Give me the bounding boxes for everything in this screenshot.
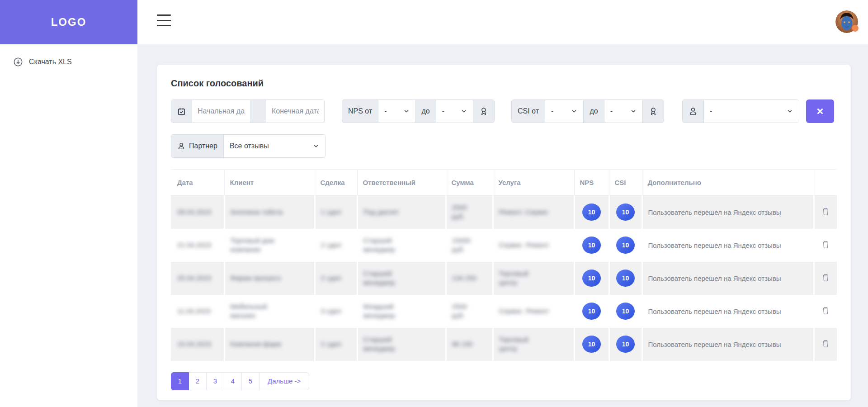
csi-badge: 10 (616, 237, 635, 254)
user-filter: - (682, 99, 799, 123)
csi-from-select[interactable]: - (545, 100, 584, 123)
sidebar-item-download-xls[interactable]: Скачать XLS (0, 44, 137, 67)
page-button-3[interactable]: 3 (206, 372, 224, 390)
trash-icon (822, 240, 830, 249)
col-manager: Ответственный (357, 170, 446, 196)
app-root: LOGO Скачать XLS (0, 0, 868, 407)
user-select[interactable]: - (704, 100, 799, 123)
trash-icon (822, 207, 830, 216)
nps-filter: NPS от - до - (342, 99, 495, 123)
nps-badge: 10 (582, 270, 601, 287)
col-actions (814, 170, 837, 196)
cell-client: Торговый дом (231, 236, 309, 245)
nps-from-select[interactable]: - (378, 100, 415, 123)
chevron-down-icon (571, 108, 577, 114)
trash-icon (822, 273, 830, 282)
next-page-button[interactable]: Дальше -> (259, 372, 309, 390)
col-deal: Сделка (315, 170, 357, 196)
cell-client: Мебельный (231, 302, 309, 311)
cell-manager: Старший (363, 335, 440, 344)
page-button-2[interactable]: 2 (189, 372, 207, 390)
nps-to-select[interactable]: - (436, 100, 473, 123)
table-row: 21.04.2023 Торговый домкомпания 2 сдел С… (171, 229, 837, 262)
csi-to-label: до (584, 100, 604, 123)
col-service: Услуга (493, 170, 574, 196)
chevron-down-icon (313, 143, 319, 149)
cell-manager: Старший (363, 236, 440, 245)
votes-card: Список голосований (157, 65, 851, 400)
cell-client: Фирма прогресс (231, 274, 309, 283)
delete-row-button[interactable] (820, 304, 831, 318)
page-title: Список голосований (171, 78, 837, 89)
cell-deal: 1 сдел (321, 208, 351, 217)
cell-manager: Под диспет (363, 208, 440, 217)
award-icon (643, 100, 664, 123)
download-circle-icon (13, 57, 23, 67)
sidebar-item-label: Скачать XLS (29, 58, 72, 66)
cell-date: 25.04.2023 (177, 274, 218, 283)
logo: LOGO (0, 0, 137, 44)
delete-row-button[interactable] (820, 205, 831, 219)
cell-extra: Пользователь перешел на Яндекс отзывы (642, 196, 814, 229)
clear-filters-button[interactable] (806, 99, 834, 123)
cell-amount: 2500 (452, 302, 487, 311)
cell-amount: 134 250 (452, 274, 487, 283)
nps-badge: 10 (582, 237, 601, 254)
cell-amount: 2500 (452, 203, 487, 212)
filters-row-2: Партнер Все отзывы (171, 134, 837, 158)
col-csi: CSI (609, 170, 642, 196)
cell-manager: Старший (363, 269, 440, 278)
cell-service: Ремонт. Сервис (499, 208, 568, 217)
csi-badge: 10 (616, 336, 635, 353)
cell-deal: 2 сдел (321, 340, 351, 349)
table-row: 11.04.2023 Мебельныймагазин 3 сдел Младш… (171, 295, 837, 328)
cell-extra: Пользователь перешел на Яндекс отзывы (642, 328, 814, 361)
page-button-1[interactable]: 1 (171, 372, 189, 390)
filters-row-1: NPS от - до - (171, 99, 837, 123)
trash-icon (822, 306, 830, 315)
csi-to-select[interactable]: - (604, 100, 643, 123)
col-client: Клиент (224, 170, 315, 196)
x-icon (816, 107, 824, 115)
cell-extra: Пользователь перешел на Яндекс отзывы (642, 295, 814, 328)
table-row: 25.04.2023 Фирма прогресс 2 сдел Старший… (171, 262, 837, 295)
user-icon (177, 142, 185, 150)
menu-toggle-button[interactable] (157, 14, 171, 26)
col-nps: NPS (574, 170, 609, 196)
page-button-4[interactable]: 4 (224, 372, 242, 390)
start-date-input[interactable] (192, 100, 250, 123)
table-row: 09.04.2023 Ангелина тойота 1 сдел Под ди… (171, 196, 837, 229)
partner-label: Партнер (171, 135, 224, 157)
user-avatar[interactable] (835, 10, 858, 33)
award-icon (473, 100, 494, 123)
chevron-down-icon (630, 108, 637, 114)
cell-extra: Пользователь перешел на Яндекс отзывы (642, 262, 814, 295)
chevron-down-icon (403, 108, 410, 114)
cell-client: Ангелина тойота (231, 208, 309, 217)
cell-service: Сервис. Ремонт (499, 307, 568, 316)
pagination: 1 2 3 4 5 Дальше -> (171, 372, 309, 390)
cell-deal: 2 сдел (321, 241, 351, 250)
delete-row-button[interactable] (820, 337, 831, 351)
partner-select[interactable]: Все отзывы (224, 135, 325, 157)
csi-badge: 10 (616, 303, 635, 320)
page-button-5[interactable]: 5 (241, 372, 259, 390)
csi-filter: CSI от - до - (511, 99, 664, 123)
end-date-input[interactable] (266, 100, 324, 123)
cell-amount: 98 150 (452, 340, 487, 349)
cell-manager: Младший (363, 302, 440, 311)
topbar (137, 0, 868, 44)
sidebar: LOGO Скачать XLS (0, 0, 137, 407)
nps-badge: 10 (582, 204, 601, 221)
cell-date: 09.04.2023 (177, 208, 218, 217)
table-row: 15.04.2023 Компания фарм 2 сдел Старшийм… (171, 328, 837, 361)
cell-service: Торговый (499, 269, 568, 278)
cell-date: 21.04.2023 (177, 241, 218, 250)
csi-from-label: CSI от (512, 100, 545, 123)
delete-row-button[interactable] (820, 271, 831, 285)
col-extra: Дополнительно (642, 170, 814, 196)
cell-deal: 2 сдел (321, 274, 351, 283)
delete-row-button[interactable] (820, 238, 831, 252)
date-separator (250, 100, 266, 123)
nps-badge: 10 (582, 336, 601, 353)
